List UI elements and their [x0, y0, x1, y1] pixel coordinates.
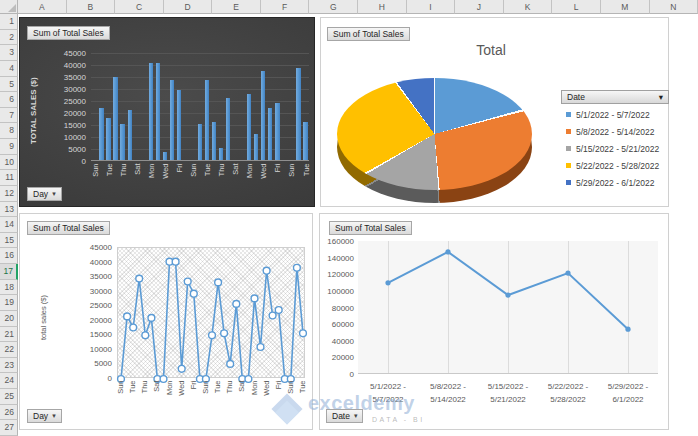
row-header-3[interactable]: 3 [0, 45, 18, 61]
legend-item-2[interactable]: 5/8/2022 - 5/14/2022 [566, 123, 659, 140]
row-header-22[interactable]: 22 [0, 342, 18, 358]
y-tick-label: 40000 [46, 61, 86, 70]
chart-title[interactable]: Total [321, 42, 661, 58]
x-axis-label: Mon [245, 164, 254, 190]
y-tick-label: 20000 [46, 109, 86, 118]
gridline [91, 89, 309, 90]
row-header-13[interactable]: 13 [0, 202, 18, 218]
column-header-B[interactable]: B [67, 0, 116, 14]
column-header-J[interactable]: J [455, 0, 504, 14]
bar-tue-17 [205, 80, 209, 160]
pie-chart[interactable] [337, 78, 532, 190]
column-header-D[interactable]: D [164, 0, 213, 14]
legend-label: 5/8/2022 - 5/14/2022 [576, 127, 654, 137]
row-header-21[interactable]: 21 [0, 327, 18, 343]
column-header-F[interactable]: F [261, 0, 310, 14]
column-header-A[interactable]: A [18, 0, 67, 14]
row-header-24[interactable]: 24 [0, 373, 18, 389]
row-header-20[interactable]: 20 [0, 311, 18, 327]
y-tick-label: 30000 [72, 287, 112, 296]
line-plot-area[interactable] [117, 247, 305, 378]
line-plot-area[interactable] [358, 241, 658, 374]
date-legend-field-button[interactable]: Date ▾ [561, 90, 669, 104]
column-header-K[interactable]: K [504, 0, 553, 14]
column-header-N[interactable]: N [650, 0, 698, 14]
legend-item-1[interactable]: 5/1/2022 - 5/7/2022 [566, 106, 659, 123]
pivotchart-weekly-pie[interactable]: Sum of Total Sales Total Date ▾ 5/1/2022… [320, 17, 669, 207]
y-axis-title: total sales ($) [39, 295, 48, 340]
data-point-marker-18 [221, 330, 228, 337]
x-axis-label-line: 5/15/2022 - [475, 380, 541, 393]
row-header-6[interactable]: 6 [0, 92, 18, 108]
value-field-button[interactable]: Sum of Total Sales [27, 26, 110, 40]
select-all-corner[interactable] [0, 0, 18, 14]
x-axis-label: Thu [140, 381, 149, 407]
data-point-marker-2 [445, 249, 450, 254]
data-point-marker-17 [215, 279, 222, 286]
pivotchart-daily-bar[interactable]: Sum of Total Sales TOTAL SALES ($) Day ▾… [19, 17, 315, 207]
column-header-L[interactable]: L [552, 0, 601, 14]
row-header-23[interactable]: 23 [0, 358, 18, 374]
day-axis-field-button[interactable]: Day ▾ [27, 409, 62, 423]
value-field-button[interactable]: Sum of Total Sales [327, 27, 410, 41]
data-point-marker-26 [269, 312, 276, 319]
pivotchart-daily-line[interactable]: Sum of Total Sales total sales ($) Day ▾… [19, 213, 313, 430]
y-tick-label: 0 [46, 157, 86, 166]
column-header-G[interactable]: G [309, 0, 358, 14]
y-tick-label: 10000 [46, 133, 86, 142]
row-header-18[interactable]: 18 [0, 280, 18, 296]
legend-label: 5/1/2022 - 5/7/2022 [576, 110, 650, 120]
y-tick-label: 60000 [314, 320, 354, 329]
y-tick-label: 25000 [46, 97, 86, 106]
row-header-17[interactable]: 17 [0, 264, 18, 280]
legend-item-3[interactable]: 5/15/2022 - 5/21/2022 [566, 140, 659, 157]
row-header-8[interactable]: 8 [0, 123, 18, 139]
row-header-19[interactable]: 19 [0, 295, 18, 311]
column-header-H[interactable]: H [358, 0, 407, 14]
field-button-label: Day [33, 411, 48, 421]
row-header-16[interactable]: 16 [0, 248, 18, 264]
x-axis-label-line: 5/29/2022 - [595, 380, 661, 393]
day-axis-field-button[interactable]: Day ▾ [27, 187, 62, 201]
row-header-25[interactable]: 25 [0, 389, 18, 405]
row-header-7[interactable]: 7 [0, 108, 18, 124]
pivotchart-weekly-line[interactable]: Sum of Total Sales Date ▾ 16000014000012… [319, 213, 669, 430]
y-tick-label: 80000 [314, 304, 354, 313]
row-header-4[interactable]: 4 [0, 61, 18, 77]
x-axis-label: Sat [132, 164, 141, 190]
row-header-5[interactable]: 5 [0, 77, 18, 93]
date-axis-field-button[interactable]: Date ▾ [326, 409, 363, 423]
row-header-12[interactable]: 12 [0, 186, 18, 202]
x-axis-label-line: 5/21/2022 [475, 393, 541, 406]
x-axis-label: Thu [225, 381, 234, 407]
value-field-button[interactable]: Sum of Total Sales [27, 221, 110, 235]
bar-plot-area[interactable] [91, 53, 309, 161]
legend-item-4[interactable]: 5/22/2022 - 5/28/2022 [566, 157, 659, 174]
column-header-I[interactable]: I [407, 0, 456, 14]
row-header-2[interactable]: 2 [0, 30, 18, 46]
row-header-10[interactable]: 10 [0, 155, 18, 171]
row-header-14[interactable]: 14 [0, 217, 18, 233]
legend-item-5[interactable]: 5/29/2022 - 6/1/2022 [566, 174, 659, 191]
column-header-E[interactable]: E [212, 0, 261, 14]
row-header-9[interactable]: 9 [0, 139, 18, 155]
row-header-15[interactable]: 15 [0, 233, 18, 249]
weekly-line-series [358, 241, 658, 374]
value-field-button[interactable]: Sum of Total Sales [329, 221, 412, 235]
data-point-marker-11 [178, 365, 185, 372]
row-header-27[interactable]: 27 [0, 420, 18, 436]
y-axis-title: TOTAL SALES ($) [29, 77, 38, 144]
x-axis-label: Sat [152, 381, 161, 407]
column-header-M[interactable]: M [601, 0, 650, 14]
y-tick-label: 0 [72, 374, 112, 383]
column-header-C[interactable]: C [115, 0, 164, 14]
row-header-11[interactable]: 11 [0, 170, 18, 186]
bar-tue-24 [254, 134, 258, 160]
x-axis-label: Sat [231, 164, 240, 190]
bar-thu-12 [170, 80, 174, 160]
row-header-1[interactable]: 1 [0, 14, 18, 30]
row-header-26[interactable]: 26 [0, 405, 18, 421]
daily-line-series [118, 248, 306, 379]
y-tick-label: 25000 [72, 301, 112, 310]
column-headers: ABCDEFGHIJKLMN [18, 0, 698, 14]
